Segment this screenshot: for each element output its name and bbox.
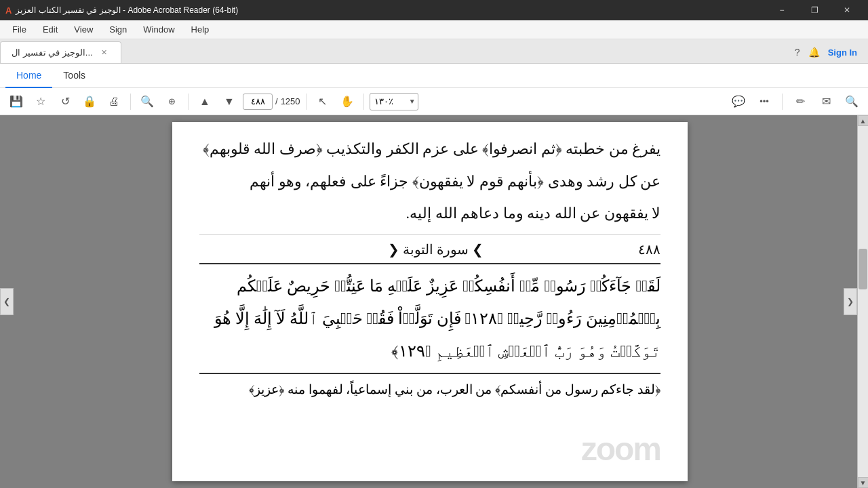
toolbar-separator-4 — [363, 94, 364, 110]
zoom-in-button[interactable]: ⊕ — [161, 91, 182, 113]
title-left: A الوجيز في تفسير الكتاب العزيز - Adobe … — [5, 5, 238, 16]
vertical-scrollbar: ▲ ▼ — [857, 115, 868, 488]
home-tools-bar: Home Tools — [0, 64, 868, 88]
window-title: الوجيز في تفسير الكتاب العزيز - Adobe Ac… — [16, 5, 238, 15]
arabic-text-top-3: لا يفقهون عن الله دينه وما دعاهم الله إل… — [199, 200, 660, 227]
ayah-line-1: لَقَدۡ جَآءَكُمۡ رَسُولٞ مِّنۡ أَنفُسِكُ… — [199, 270, 660, 302]
header-rule — [199, 263, 660, 264]
menu-help[interactable]: Help — [184, 22, 216, 37]
scroll-up-button[interactable]: ▲ — [858, 115, 869, 126]
scroll-left-button[interactable]: ❮ — [0, 288, 14, 315]
footer-rule — [199, 373, 660, 374]
main-content: ❮ يفرغ من خطبته ﴿ثم انصرفوا﴾ على عزم الك… — [0, 115, 868, 488]
notifications-icon[interactable]: 🔔 — [808, 47, 820, 58]
pdf-viewport[interactable]: يفرغ من خطبته ﴿ثم انصرفوا﴾ على عزم الكفر… — [14, 115, 846, 488]
page-divider — [199, 234, 660, 235]
sign-in-button[interactable]: Sign In — [828, 47, 857, 58]
minimize-button[interactable]: − — [766, 0, 797, 20]
arabic-text-top-2: عن كل رشد وهدى ﴿بأنهم قوم لا يفقهون﴾ جزا… — [199, 168, 660, 195]
tab-label: الوجيز في تفسير ال... — [12, 47, 93, 58]
prev-page-button[interactable]: ▲ — [194, 91, 216, 113]
window-controls: − ❐ ✕ — [766, 0, 863, 20]
pdf-page: يفرغ من خطبته ﴿ثم انصرفوا﴾ على عزم الكفر… — [172, 122, 688, 481]
save-button[interactable]: 💾 — [5, 91, 27, 113]
tab-right-icons: ? 🔔 Sign In — [784, 41, 868, 63]
bookmark-button[interactable]: ☆ — [30, 91, 52, 113]
zoom-out-button[interactable]: 🔍 — [136, 91, 158, 113]
tab-bar: الوجيز في تفسير ال... ✕ ? 🔔 Sign In — [0, 39, 868, 64]
zoom-select-wrap: ١٣٠٪ ٥٠٪ ٧٥٪ ١٠٠٪ ١٢٥٪ ١٥٠٪ ٢٠٠٪ ▼ — [370, 93, 418, 110]
page-input-wrap: / 1250 — [243, 94, 300, 110]
ayah-line-2: بِٱلۡمُؤۡمِنِينَ رَءُوفٞ رَّحِيمٞ ﴿١٢٨﴾ … — [199, 302, 660, 335]
back-button[interactable]: ↺ — [54, 91, 76, 113]
annotate-button[interactable]: ✏ — [789, 91, 811, 113]
zoom-watermark: zoom — [581, 430, 660, 468]
print-button[interactable]: 🖨 — [103, 91, 125, 113]
total-pages: 1250 — [281, 96, 300, 106]
menu-file[interactable]: File — [5, 22, 33, 37]
page-separator: / — [275, 96, 278, 106]
next-page-button[interactable]: ▼ — [218, 91, 240, 113]
menu-edit[interactable]: Edit — [36, 22, 64, 37]
toolbar-separator-5 — [782, 94, 783, 110]
lock-button[interactable]: 🔒 — [79, 91, 100, 113]
ayah-text: لَقَدۡ جَآءَكُمۡ رَسُولٞ مِّنۡ أَنفُسِكُ… — [199, 270, 660, 367]
page-number-display: ٤٨٨ — [638, 241, 660, 258]
menu-sign[interactable]: Sign — [102, 22, 134, 37]
scroll-down-button[interactable]: ▼ — [858, 477, 869, 488]
more-button[interactable]: ••• — [753, 91, 775, 113]
arabic-text-top-1: يفرغ من خطبته ﴿ثم انصرفوا﴾ على عزم الكفر… — [199, 136, 660, 163]
surah-title: ❯ سورة التوبة ❮ — [388, 241, 484, 258]
tab-close-button[interactable]: ✕ — [98, 47, 110, 58]
toolbar-separator-3 — [306, 94, 307, 110]
app-icon: A — [5, 5, 12, 16]
toolbar-right: 💬 ••• ✏ ✉ 🔍 — [728, 91, 863, 113]
cursor-tool-button[interactable]: ↖ — [312, 91, 334, 113]
active-tab[interactable]: الوجيز في تفسير ال... ✕ — [0, 41, 121, 63]
toolbar: 💾 ☆ ↺ 🔒 🖨 🔍 ⊕ ▲ ▼ / 1250 ↖ ✋ ١٣٠٪ ٥٠٪ ٧٥… — [0, 88, 868, 115]
zoom-select[interactable]: ١٣٠٪ ٥٠٪ ٧٥٪ ١٠٠٪ ١٢٥٪ ١٥٠٪ ٢٠٠٪ — [370, 93, 418, 110]
scroll-thumb[interactable] — [859, 249, 867, 289]
share-button[interactable]: ✉ — [815, 91, 837, 113]
toolbar-separator-2 — [188, 94, 189, 110]
close-button[interactable]: ✕ — [831, 0, 863, 20]
page-number-input[interactable] — [243, 94, 273, 110]
page-header: ٤٨٨ ❯ سورة التوبة ❮ — [199, 241, 660, 258]
scroll-track[interactable] — [858, 126, 868, 477]
menu-window[interactable]: Window — [136, 22, 181, 37]
home-nav-item[interactable]: Home — [5, 64, 52, 88]
menu-bar: File Edit View Sign Window Help — [0, 20, 868, 39]
scroll-right-button[interactable]: ❯ — [844, 288, 857, 315]
hand-tool-button[interactable]: ✋ — [336, 91, 358, 113]
restore-button[interactable]: ❐ — [799, 0, 830, 20]
help-icon[interactable]: ? — [795, 47, 800, 58]
commentary-text: ﴿لقد جاءكم رسول من أنفسكم﴾ من العرب، من … — [199, 378, 660, 401]
comment-button[interactable]: 💬 — [728, 91, 749, 113]
toolbar-separator-1 — [130, 94, 131, 110]
search-button[interactable]: 🔍 — [841, 91, 863, 113]
tools-nav-item[interactable]: Tools — [52, 64, 96, 88]
menu-view[interactable]: View — [67, 22, 100, 37]
title-bar: A الوجيز في تفسير الكتاب العزيز - Adobe … — [0, 0, 868, 20]
ayah-line-3: تَوَكَّلۡتُ وَهُوَ رَبُّ ٱلۡعَرۡشِ ٱلۡعَ… — [199, 335, 660, 367]
